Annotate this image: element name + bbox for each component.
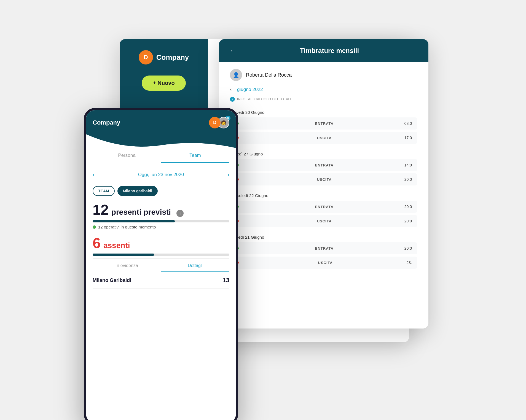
entry-type: ENTRATA [244, 205, 404, 209]
presenti-section: 12 presenti previsti i 12 operativi in q… [93, 203, 229, 229]
presenti-info-button[interactable]: i [176, 210, 184, 217]
timbrature-header: ← Timbrature mensili [219, 39, 428, 62]
assenti-text: assenti [103, 241, 130, 250]
user-avatar: 👤 [230, 69, 242, 81]
month-label: giugno 2022 [237, 87, 263, 92]
month-nav: ‹ giugno 2022 [230, 87, 417, 92]
day-label-4: Martedì 21 Giugno [230, 235, 417, 239]
tab-persona[interactable]: Persona [93, 148, 161, 163]
nuovo-button[interactable]: + Nuovo [142, 76, 186, 91]
user-row: 👤 Roberta Della Rocca [230, 69, 417, 81]
prev-date-button[interactable]: ‹ [93, 171, 95, 178]
presenti-progress-bar [93, 220, 229, 222]
timbratura-row: USCITA 20:0 [230, 173, 417, 185]
timbratura-row: ENTRATA 14:0 [230, 159, 417, 171]
exit-time: 23: [407, 260, 412, 265]
mobile-content: ‹ Oggi, lun 23 nov 2020 › TEAM Milano ga… [86, 163, 236, 294]
presenti-text: presenti previsti [111, 208, 171, 217]
mobile-tabs: Persona Team [86, 148, 236, 163]
desktop-logo-area: D Company [139, 50, 189, 64]
mobile-bottom-tabs: In evidenza Dettagli [93, 259, 229, 272]
filter-team-chip[interactable]: TEAM [93, 186, 115, 196]
back-button[interactable]: ← [230, 47, 236, 54]
entry-time: 14:0 [404, 163, 412, 167]
info-row: i INFO SUL CALCOLO DEI TOTALI [230, 97, 417, 102]
avatar-face: 👤 [233, 72, 239, 78]
timbratura-row: ENTRATA 20:0 [230, 242, 417, 254]
operativi-row: 12 operativi in questo momento [93, 225, 229, 229]
mobile-company-name: Company [93, 119, 120, 126]
timbratura-row: ENTRATA 08:0 [230, 117, 417, 130]
prev-month-button[interactable]: ‹ [230, 87, 232, 92]
day-section-3: Mercoledì 22 Giugno ENTRATA 20:0 USCITA … [230, 193, 417, 227]
entry-type: ENTRATA [244, 122, 404, 126]
timbrature-body: 👤 Roberta Della Rocca ‹ giugno 2022 i IN… [219, 62, 428, 283]
mobile-app: Company D 🧑 3 Persona Team [84, 108, 238, 420]
mobile-avatar-group: D 🧑 3 [209, 117, 229, 128]
presenti-num: 12 [93, 203, 109, 217]
date-label: Oggi, lun 23 nov 2020 [138, 172, 184, 177]
tab-in-evidenza[interactable]: In evidenza [93, 259, 161, 272]
exit-type: USCITA [244, 177, 404, 182]
timbrature-title: Timbrature mensili [241, 47, 417, 55]
user-name: Roberta Della Rocca [246, 72, 292, 78]
tab-team[interactable]: Team [161, 148, 229, 163]
mobile-header: Company D 🧑 3 [86, 110, 236, 150]
desktop-company-name: Company [156, 53, 189, 62]
exit-time: 17:0 [404, 136, 412, 140]
timbratura-row: USCITA 23: [230, 257, 417, 269]
day-label-2: Lunedì 27 Giugno [230, 152, 417, 156]
day-section-2: Lunedì 27 Giugno ENTRATA 14:0 USCITA 20:… [230, 152, 417, 185]
timbratura-row: ENTRATA 20:0 [230, 201, 417, 213]
filter-row: TEAM Milano garibaldi [93, 186, 229, 196]
entry-time: 20:0 [404, 246, 412, 251]
timbrature-panel: ← Timbrature mensili 👤 Roberta Della Roc… [219, 39, 428, 329]
exit-time: 20:0 [404, 219, 412, 223]
info-icon: i [230, 97, 235, 102]
day-section-4: Martedì 21 Giugno ENTRATA 20:0 USCITA 23… [230, 235, 417, 269]
entry-time: 20:0 [404, 204, 412, 209]
day-label-3: Mercoledì 22 Giugno [230, 193, 417, 198]
date-nav: ‹ Oggi, lun 23 nov 2020 › [93, 168, 229, 181]
day-label-1: Giovedì 30 Giugno [230, 110, 417, 115]
timbratura-row: USCITA 17:0 [230, 132, 417, 144]
day-section-1: Giovedì 30 Giugno ENTRATA 08:0 USCITA 17… [230, 110, 417, 144]
timbratura-row: USCITA 20:0 [230, 215, 417, 227]
info-text: INFO SUL CALCOLO DEI TOTALI [237, 97, 291, 101]
filter-location-chip[interactable]: Milano garibaldi [117, 186, 158, 196]
assenti-progress-bar [93, 254, 229, 256]
entry-type: ENTRATA [244, 246, 404, 251]
exit-type: USCITA [244, 136, 404, 140]
entry-time: 08:0 [404, 121, 412, 126]
assenti-progress-fill [93, 254, 154, 256]
assenti-num: 6 [93, 236, 101, 250]
location-row: Milano Garibaldi 13 [93, 272, 229, 289]
location-name: Milano Garibaldi [93, 278, 131, 283]
desktop-logo-icon: D [139, 50, 153, 64]
exit-type: USCITA [244, 261, 407, 265]
mobile-avatar-face: 🧑 [221, 120, 226, 125]
operativi-dot [93, 225, 96, 229]
assenti-section: 6 assenti [93, 236, 229, 256]
exit-type: USCITA [244, 219, 404, 223]
entry-type: ENTRATA [244, 163, 404, 167]
exit-time: 20:0 [404, 177, 412, 182]
mobile-header-top: Company D 🧑 3 [93, 117, 229, 128]
tab-dettagli[interactable]: Dettagli [161, 259, 229, 272]
location-count: 13 [223, 277, 229, 284]
next-date-button[interactable]: › [227, 171, 229, 178]
mobile-logo-icon: D [209, 117, 221, 128]
presenti-progress-fill [93, 220, 175, 222]
operativi-text: 12 operativi in questo momento [98, 225, 156, 229]
